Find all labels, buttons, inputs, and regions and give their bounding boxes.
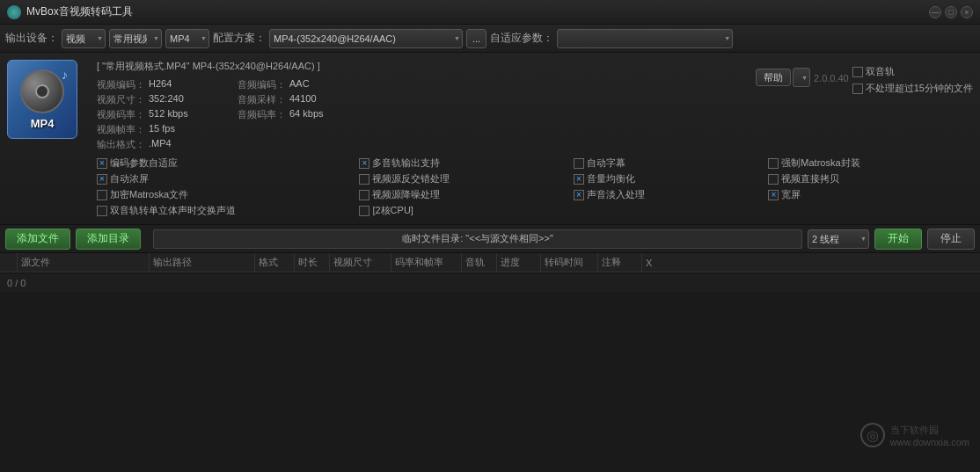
- checkbox-9[interactable]: [359, 190, 369, 200]
- checkbox-item-0[interactable]: 编码参数自适应: [97, 156, 348, 170]
- checkbox-label-12: 双音轨转单立体声时交换声道: [110, 204, 236, 217]
- config-select[interactable]: MP4-(352x240@H264/AAC): [269, 29, 463, 48]
- adapt-select[interactable]: [557, 29, 733, 48]
- checkbox-item-9[interactable]: 视频源降噪处理: [359, 188, 562, 201]
- progress-status: 0 / 0: [7, 278, 26, 288]
- audio-sample-row: 音频采样： 44100: [238, 93, 361, 106]
- minimize-button[interactable]: —: [929, 6, 941, 18]
- video-codec-label: 视频编码：: [97, 78, 145, 91]
- checkbox-item-13[interactable]: [2核CPU]: [359, 204, 562, 217]
- title-bar-buttons[interactable]: — □ ×: [929, 6, 973, 18]
- checkbox-item-10[interactable]: 声音淡入处理: [574, 188, 757, 201]
- help-dropdown[interactable]: [793, 68, 810, 87]
- checkbox-label-3: 强制Matroska封装: [781, 156, 859, 170]
- add-dir-button[interactable]: 添加目录: [76, 229, 141, 250]
- extra-checkboxes: 双音轨 不处理超过15分钟的文件: [852, 65, 973, 95]
- audio-info-col: 音频编码： AAC 音频采样： 44100 音频码率： 64 kbps: [238, 78, 361, 151]
- checkbox-6[interactable]: [574, 174, 584, 185]
- video-rate-row: 视频码率： 512 kbps: [97, 108, 220, 121]
- output-fmt-label: 输出格式：: [97, 138, 145, 151]
- music-note-icon: ♪: [62, 68, 68, 82]
- maximize-button[interactable]: □: [945, 6, 957, 18]
- th-2: 输出路径: [150, 253, 255, 272]
- checkbox-label-8: 加密Matroska文件: [110, 188, 188, 201]
- stereo-checkbox[interactable]: [852, 67, 863, 77]
- temp-dir-area: [153, 229, 802, 249]
- video-fps-value: 15 fps: [149, 123, 175, 136]
- th-3: 格式: [255, 253, 295, 272]
- close-button[interactable]: ×: [961, 6, 973, 18]
- config-value-wrap[interactable]: MP4-(352x240@H264/AAC): [269, 29, 463, 48]
- checkbox-label-5: 视频源反交错处理: [372, 172, 450, 185]
- checkbox-item-2[interactable]: 自动字幕: [574, 156, 757, 170]
- checkbox-label-2: 自动字幕: [587, 156, 625, 170]
- video-size-value: 352:240: [149, 93, 184, 106]
- thread-select[interactable]: 2 线程: [808, 229, 869, 249]
- checkbox-item-3[interactable]: 强制Matroska封装: [768, 156, 973, 170]
- checkbox-13[interactable]: [359, 206, 369, 216]
- config-label: 配置方案：: [213, 31, 266, 46]
- checkbox-10[interactable]: [574, 190, 584, 200]
- help-area: 帮助 2.0.0.40 双音轨 不处理超过15分钟的文件: [756, 60, 973, 95]
- checkbox-label-9: 视频源降噪处理: [372, 188, 440, 201]
- app-icon: [7, 5, 21, 19]
- audio-codec-value: AAC: [289, 78, 310, 91]
- th-5: 视频尺寸: [330, 253, 391, 272]
- format-label-wrap[interactable]: 常用视频格式: [109, 29, 162, 48]
- help-button[interactable]: 帮助: [756, 69, 791, 86]
- mp4-label: MP4: [31, 117, 55, 130]
- checkbox-5[interactable]: [359, 174, 369, 185]
- checkbox-2[interactable]: [574, 158, 584, 169]
- table-header: 源文件输出路径格式时长视频尺寸码率和帧率音轨进度转码时间注释X: [0, 253, 980, 272]
- checkbox-item-4[interactable]: 自动浓屏: [97, 172, 348, 185]
- format-value-wrap[interactable]: MP4: [165, 29, 209, 48]
- checkbox-3[interactable]: [768, 158, 779, 169]
- checkbox-label-0: 编码参数自适应: [110, 156, 178, 170]
- stereo-checkbox-item[interactable]: 双音轨: [852, 65, 973, 78]
- checkbox-item-1[interactable]: 多音轨输出支持: [359, 156, 562, 170]
- checkbox-4[interactable]: [97, 174, 107, 185]
- checkbox-label-13: [2核CPU]: [372, 204, 413, 217]
- disc-icon: [20, 69, 64, 113]
- thread-select-wrap[interactable]: 2 线程: [808, 229, 869, 249]
- checkbox-item-6[interactable]: 音量均衡化: [574, 172, 757, 185]
- checkboxes-area: 编码参数自适应多音轨输出支持自动字幕强制Matroska封装自动浓屏视频源反交错…: [97, 156, 973, 217]
- output-device-wrap[interactable]: 视频: [62, 29, 106, 48]
- th-0: [4, 253, 18, 272]
- video-rate-label: 视频码率：: [97, 108, 145, 121]
- adapt-label: 自适应参数：: [490, 31, 553, 46]
- video-codec-row: 视频编码： H264: [97, 78, 220, 91]
- video-fps-row: 视频帧率： 15 fps: [97, 123, 220, 136]
- output-fmt-row: 输出格式： .MP4: [97, 138, 220, 151]
- format-type-select[interactable]: 常用视频格式: [109, 29, 162, 48]
- checkbox-1[interactable]: [359, 158, 369, 169]
- checkbox-item-12[interactable]: 双音轨转单立体声时交换声道: [97, 204, 348, 217]
- checkbox-7[interactable]: [768, 174, 779, 185]
- dots-button[interactable]: ...: [466, 29, 486, 48]
- audio-rate-row: 音频码率： 64 kbps: [238, 108, 361, 121]
- start-button[interactable]: 开始: [874, 229, 922, 250]
- checkbox-11[interactable]: [768, 190, 779, 200]
- checkbox-item-7[interactable]: 视频直接拷贝: [768, 172, 973, 185]
- temp-dir-input[interactable]: [153, 229, 802, 249]
- no-long-checkbox-item[interactable]: 不处理超过15分钟的文件: [852, 82, 973, 95]
- checkbox-label-11: 宽屏: [781, 188, 801, 201]
- no-long-checkbox[interactable]: [852, 84, 863, 94]
- checkbox-item-8[interactable]: 加密Matroska文件: [97, 188, 348, 201]
- app-title: MvBox音视频转码工具: [26, 4, 133, 19]
- checkbox-0[interactable]: [97, 158, 107, 169]
- format-value-select[interactable]: MP4: [165, 29, 209, 48]
- stereo-label: 双音轨: [866, 65, 895, 78]
- checkbox-8[interactable]: [97, 190, 107, 200]
- adapt-wrap[interactable]: [557, 29, 733, 48]
- checkbox-12[interactable]: [97, 206, 107, 216]
- checkbox-item-5[interactable]: 视频源反交错处理: [359, 172, 562, 185]
- status-bar: 0 / 0 ◎ 当下软件园 www.downxia.com: [0, 272, 980, 292]
- output-device-select[interactable]: 视频: [62, 29, 106, 48]
- watermark-site: www.downxia.com: [890, 437, 969, 447]
- add-file-button[interactable]: 添加文件: [5, 229, 70, 250]
- checkbox-label-4: 自动浓屏: [110, 172, 149, 185]
- stop-button[interactable]: 停止: [927, 229, 975, 250]
- checkbox-item-11[interactable]: 宽屏: [768, 188, 973, 201]
- video-size-row: 视频尺寸： 352:240: [97, 93, 220, 106]
